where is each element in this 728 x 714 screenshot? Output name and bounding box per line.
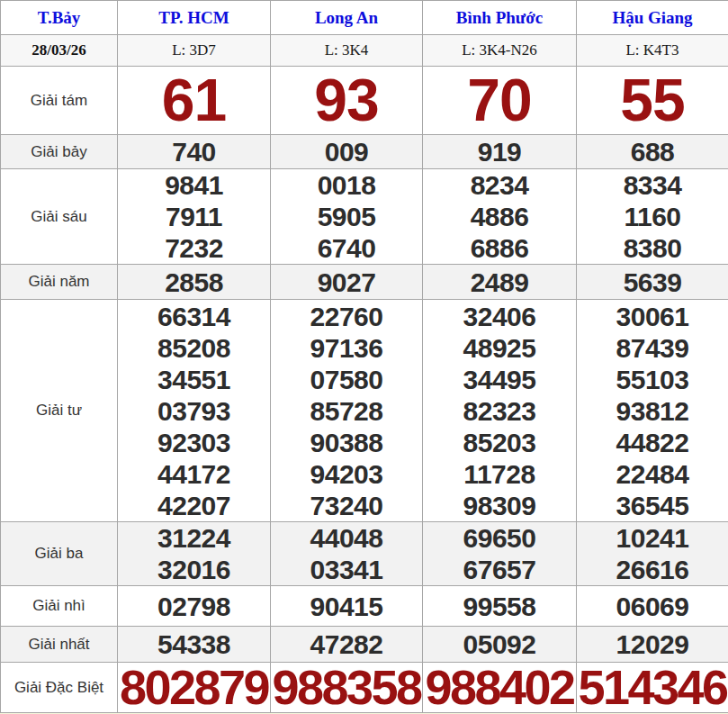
prize-number: 47282 xyxy=(271,628,422,660)
prize-number: 740 xyxy=(118,136,270,167)
prize-row-giai-tam: Giải tám 61 93 70 55 xyxy=(1,67,728,135)
lottery-code: L: 3K4-N26 xyxy=(423,35,577,67)
prize-cell: 8234 4886 6886 xyxy=(423,169,577,265)
header-row: T.Bảy TP. HCM Long An Bình Phước Hậu Gia… xyxy=(1,1,728,35)
date-code-row: 28/03/26 L: 3D7 L: 3K4 L: 3K4-N26 L: K4T… xyxy=(1,35,728,67)
prize-number: 06069 xyxy=(577,591,728,622)
prize-number: 94203 xyxy=(271,458,422,490)
col-header-province-haugiang[interactable]: Hậu Giang xyxy=(577,1,728,35)
prize-cell: 99558 xyxy=(423,586,577,627)
row-label: Giải Đặc Biệt xyxy=(1,663,118,713)
prize-number: 688 xyxy=(577,136,728,167)
prize-number: 1160 xyxy=(577,201,728,232)
prize-number: 988402 xyxy=(423,663,576,712)
prize-number: 31224 xyxy=(118,522,270,554)
col-header-province-binhphuoc[interactable]: Bình Phước xyxy=(423,1,577,35)
prize-number: 7911 xyxy=(118,201,270,232)
prize-number: 42207 xyxy=(118,490,270,521)
prize-cell: 2489 xyxy=(423,265,577,300)
prize-cell: 009 xyxy=(271,135,423,169)
prize-number: 99558 xyxy=(423,591,576,622)
prize-number: 32016 xyxy=(118,554,270,585)
draw-date: 28/03/26 xyxy=(1,35,118,67)
prize-number: 54338 xyxy=(118,628,270,660)
row-label: Giải tư xyxy=(1,300,118,522)
lottery-code: L: 3K4 xyxy=(271,35,423,67)
prize-number: 10241 xyxy=(577,522,728,554)
prize-cell: 44048 03341 xyxy=(271,522,423,586)
prize-row-giai-tu: Giải tư 66314 85208 34551 03793 92303 44… xyxy=(1,300,728,522)
prize-cell: 61 xyxy=(118,67,271,135)
prize-cell: 31224 32016 xyxy=(118,522,271,586)
prize-number: 55103 xyxy=(577,364,728,395)
prize-number: 36545 xyxy=(577,490,728,521)
prize-number: 4886 xyxy=(423,201,576,232)
prize-cell: 70 xyxy=(423,67,577,135)
col-header-province-longan[interactable]: Long An xyxy=(271,1,423,35)
prize-cell: 02798 xyxy=(118,586,271,627)
prize-number: 6886 xyxy=(423,232,576,264)
prize-number: 988358 xyxy=(271,663,422,712)
prize-number: 98309 xyxy=(423,490,576,521)
prize-number: 12029 xyxy=(577,628,728,660)
prize-number: 44172 xyxy=(118,458,270,490)
prize-number: 6740 xyxy=(271,232,422,264)
prize-number: 30061 xyxy=(577,301,728,332)
prize-number: 8234 xyxy=(423,169,576,201)
prize-number: 26616 xyxy=(577,554,728,585)
prize-cell: 06069 xyxy=(577,586,728,627)
prize-cell: 9027 xyxy=(271,265,423,300)
prize-cell: 12029 xyxy=(577,627,728,663)
prize-row-giai-dac-biet: Giải Đặc Biệt 802879 988358 988402 51434… xyxy=(1,663,728,713)
prize-number: 82323 xyxy=(423,395,576,427)
prize-number: 44822 xyxy=(577,427,728,458)
prize-cell: 919 xyxy=(423,135,577,169)
prize-cell: 90415 xyxy=(271,586,423,627)
row-label: Giải nhất xyxy=(1,627,118,663)
prize-number: 55 xyxy=(577,67,728,134)
prize-row-giai-bay: Giải bảy 740 009 919 688 xyxy=(1,135,728,169)
prize-number: 07580 xyxy=(271,364,422,395)
lottery-code: L: 3D7 xyxy=(118,35,271,67)
row-label: Giải ba xyxy=(1,522,118,586)
prize-number: 85208 xyxy=(118,332,270,364)
prize-number: 5905 xyxy=(271,201,422,232)
prize-cell: 66314 85208 34551 03793 92303 44172 4220… xyxy=(118,300,271,522)
prize-number: 514346 xyxy=(577,663,728,712)
row-label: Giải nhì xyxy=(1,586,118,627)
prize-cell: 514346 xyxy=(577,663,728,713)
prize-number: 802879 xyxy=(118,663,270,712)
lottery-results-table: T.Bảy TP. HCM Long An Bình Phước Hậu Gia… xyxy=(0,0,728,713)
prize-cell: 93 xyxy=(271,67,423,135)
prize-number: 2489 xyxy=(423,267,576,298)
prize-number: 90388 xyxy=(271,427,422,458)
col-header-province-hcm[interactable]: TP. HCM xyxy=(118,1,271,35)
prize-row-giai-ba: Giải ba 31224 32016 44048 03341 69650 67… xyxy=(1,522,728,586)
prize-cell: 688 xyxy=(577,135,728,169)
prize-row-giai-nhat: Giải nhất 54338 47282 05092 12029 xyxy=(1,627,728,663)
prize-number: 03793 xyxy=(118,395,270,427)
prize-number: 02798 xyxy=(118,591,270,622)
prize-cell: 988402 xyxy=(423,663,577,713)
prize-row-giai-nam: Giải năm 2858 9027 2489 5639 xyxy=(1,265,728,300)
prize-number: 22484 xyxy=(577,458,728,490)
prize-cell: 9841 7911 7232 xyxy=(118,169,271,265)
prize-number: 22760 xyxy=(271,301,422,332)
prize-number: 67657 xyxy=(423,554,576,585)
prize-cell: 5639 xyxy=(577,265,728,300)
prize-cell: 69650 67657 xyxy=(423,522,577,586)
prize-number: 93 xyxy=(271,67,422,134)
col-header-day[interactable]: T.Bảy xyxy=(1,1,118,35)
prize-number: 9841 xyxy=(118,169,270,201)
prize-number: 32406 xyxy=(423,301,576,332)
prize-row-giai-nhi: Giải nhì 02798 90415 99558 06069 xyxy=(1,586,728,627)
prize-cell: 22760 97136 07580 85728 90388 94203 7324… xyxy=(271,300,423,522)
prize-number: 61 xyxy=(118,67,270,134)
prize-number: 5639 xyxy=(577,267,728,298)
prize-cell: 55 xyxy=(577,67,728,135)
prize-cell: 988358 xyxy=(271,663,423,713)
prize-number: 87439 xyxy=(577,332,728,364)
lottery-code: L: K4T3 xyxy=(577,35,728,67)
prize-number: 92303 xyxy=(118,427,270,458)
prize-number: 009 xyxy=(271,136,422,167)
